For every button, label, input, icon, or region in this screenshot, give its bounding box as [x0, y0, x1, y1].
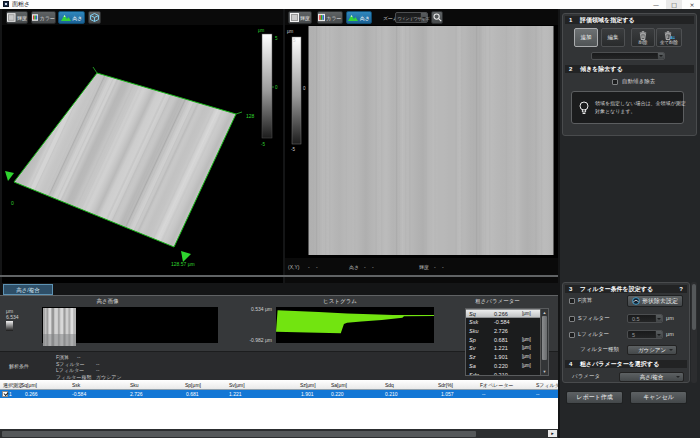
axis-width-label: 128.57 μm — [171, 261, 195, 267]
chevron-down-icon — [659, 55, 663, 57]
step2-header: 2 傾きを除去する — [565, 65, 694, 73]
horizontal-scrollbar-thumb[interactable] — [2, 431, 476, 437]
filter-type-select[interactable]: ガウシアン — [627, 345, 677, 355]
parameter-row[interactable]: Sp0.681[μm] — [466, 336, 542, 345]
viewer-3d-toolbar: 輝度 カラー 高さ — [2, 11, 283, 24]
step4-header: 4 粗さパラメーターを選択する — [565, 360, 687, 368]
auto-tilt-checkbox[interactable] — [612, 79, 618, 85]
steps-panel-scrollbar-thumb[interactable] — [692, 284, 696, 330]
scroll-right-icon[interactable]: ▸ — [548, 430, 557, 437]
trash-all-icon: ALL — [664, 31, 675, 40]
magnifier-icon — [433, 13, 442, 22]
status-xy-label: (X,Y) — [288, 261, 299, 273]
viewer-3d-pane: 輝度 カラー 高さ — [2, 9, 283, 283]
region-edit-button[interactable]: 編集 — [601, 28, 625, 47]
chevron-down-icon — [422, 17, 426, 19]
region-select-dropdown[interactable] — [591, 52, 665, 60]
horizontal-splitter[interactable] — [0, 275, 558, 277]
histogram-chart — [276, 307, 434, 343]
status-height-label: 高さ — [349, 261, 359, 273]
help-icon[interactable]: ? — [679, 285, 683, 293]
steps-panel: 1 評価領域を指定する 追加 編集 削除 ALL 全て削除 2 傾き — [560, 9, 700, 438]
region-delete-button[interactable]: 削除 — [631, 28, 655, 47]
s-filter-select[interactable]: 0.5 — [627, 314, 663, 323]
parameter-row[interactable]: Ssk-0.584 — [466, 318, 542, 327]
hint-box: 領域を指定しない場合は、全領域が測定 対象となります。 — [571, 91, 684, 124]
zoom-tool-button[interactable] — [431, 11, 443, 24]
histogram-max-label: 0.534 μm — [236, 306, 272, 312]
window-title: 面粗さ — [12, 1, 30, 8]
viewer-2d-viewport[interactable]: μm 5 0 -5 — [285, 25, 558, 258]
chevron-down-icon — [657, 318, 661, 320]
brightness-view-button[interactable]: 輝度 — [6, 11, 28, 24]
parameter-row[interactable]: Sa0.220[μm] — [466, 362, 542, 371]
l-filter-checkbox[interactable] — [569, 332, 575, 338]
minimize-button[interactable]: — — [648, 0, 664, 9]
parameter-row[interactable]: Sq0.266[μm] — [466, 309, 542, 318]
display-mode-button[interactable] — [88, 11, 101, 24]
parameter-row[interactable]: Sv1.221[μm] — [466, 344, 542, 353]
close-button[interactable]: × — [684, 0, 700, 9]
l-filter-select[interactable]: 5 — [627, 330, 663, 339]
create-report-button[interactable]: レポート作成 — [566, 391, 623, 404]
chevron-down-icon — [676, 376, 680, 378]
step3-header: 3 フィルター条件を設定する ? — [565, 285, 687, 293]
viewer-2d-toolbar: 輝度 カラー 高さ ズーム ウィンドウサイズ — [285, 11, 558, 24]
parameter-row[interactable]: Sz1.901[μm] — [466, 353, 542, 362]
parameter-select[interactable]: 高さ/複合 — [619, 372, 684, 382]
title-bar: 面粗さ — □ × — [0, 0, 700, 9]
height-icon — [61, 13, 71, 22]
surface-roughness-window: 面粗さ — □ × 輝度 カラー 高さ — [0, 0, 700, 438]
horizontal-scrollbar[interactable]: ▸ — [0, 429, 558, 438]
color-view-button-2d[interactable]: カラー — [317, 11, 343, 24]
shape-removal-button[interactable]: 形状除去設定 — [627, 295, 683, 307]
trash-icon — [639, 31, 647, 40]
viewer-3d-viewport[interactable]: 0 128 128.57 μm μm 5 0 -5 — [2, 25, 283, 283]
status-brightness-label: 輝度 — [419, 261, 429, 273]
axis-origin-label: 0 — [11, 200, 14, 206]
results-table-header: 選択測定 Sq[μm] Ssk Sku Sp[μm] Sv[μm] Sz[μm]… — [0, 380, 558, 390]
colorbar-3d-unit: μm — [258, 28, 265, 33]
color-label: カラー — [40, 15, 55, 21]
height-icon — [348, 13, 358, 22]
scroll-down-icon[interactable]: ▼ — [541, 368, 548, 375]
axis-side-label: 128 — [246, 113, 255, 119]
brightness-icon — [290, 13, 299, 22]
height-label: 高さ — [360, 15, 370, 21]
svg-text:-5: -5 — [291, 147, 295, 152]
brightness-label: 輝度 — [17, 15, 27, 21]
scroll-up-icon[interactable]: ▲ — [541, 309, 548, 316]
row-select-checkbox[interactable] — [2, 391, 8, 397]
tab-height-hybrid[interactable]: 高さ/複合 — [3, 284, 53, 295]
auto-tilt-label: 自動傾き除去 — [622, 78, 655, 85]
steps-panel-scrollbar[interactable] — [691, 282, 697, 383]
step-3-4-box: 3 フィルター条件を設定する ? F演算 形状除去設定 Sフィルター 0.5 μ… — [562, 282, 690, 383]
color-view-button[interactable]: カラー — [31, 11, 56, 24]
brightness-icon — [7, 13, 16, 22]
height-view-button[interactable]: 高さ — [58, 11, 85, 24]
results-table-row[interactable]: 1 0.266 -0.584 2.726 0.681 1.221 1.901 0… — [0, 390, 558, 398]
zoom-select[interactable]: ウィンドウサイズ — [395, 12, 428, 23]
f-operation-checkbox[interactable] — [569, 298, 575, 304]
parameter-row[interactable]: Sdq0.210 — [466, 371, 542, 376]
step1-header: 1 評価領域を指定する — [565, 16, 694, 24]
lightbulb-icon — [579, 101, 589, 116]
region-delete-all-button[interactable]: ALL 全て削除 — [656, 28, 682, 47]
parameter-table-scrollbar[interactable]: ▲ ▼ — [540, 309, 548, 375]
shape-removal-icon — [632, 297, 640, 305]
maximize-button[interactable]: □ — [666, 0, 682, 9]
color-icon — [318, 13, 325, 22]
results-panel-body: 高さ画像 ヒストグラム 粗さパラメーター μm 6.534 0.534 μm -… — [0, 295, 558, 378]
brightness-view-button-2d[interactable]: 輝度 — [288, 11, 312, 24]
region-add-button[interactable]: 追加 — [574, 28, 598, 47]
histogram-title: ヒストグラム — [270, 298, 410, 305]
svg-text:-5: -5 — [261, 142, 265, 147]
scale-gradient-swatch — [6, 321, 13, 331]
parameter-row[interactable]: Sku2.726 — [466, 327, 542, 336]
conditions-label: 解析条件 — [9, 363, 29, 369]
scale-value: 6.534 — [6, 314, 19, 320]
height-view-button-2d[interactable]: 高さ — [346, 11, 372, 24]
cancel-button[interactable]: キャンセル — [630, 391, 687, 404]
parameter-table-scrollbar-thumb[interactable] — [542, 316, 547, 360]
s-filter-checkbox[interactable] — [569, 316, 575, 322]
